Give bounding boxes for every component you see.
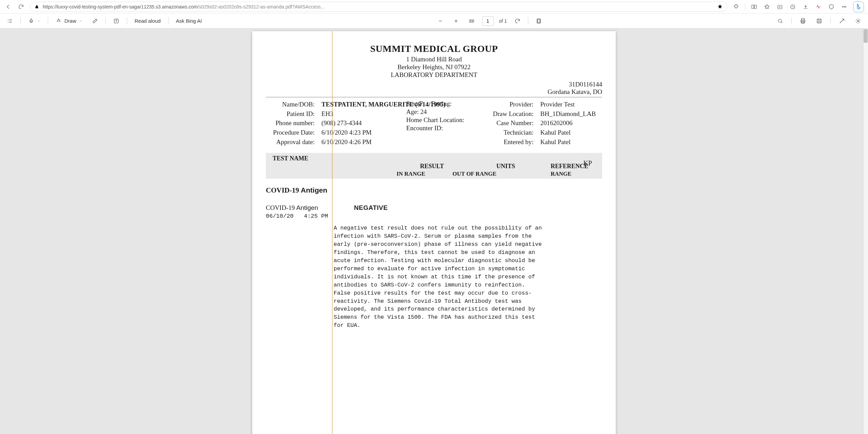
lock-icon <box>34 4 39 9</box>
val-entered: Kahul Patel <box>540 138 603 146</box>
val-tech: Kahul Patel <box>540 128 603 137</box>
result-row: COVID-19 Antigen 06/10/20 4:25 PM NEGATI… <box>266 204 602 219</box>
label-tech: Technician: <box>485 128 533 137</box>
col-units: UNITS <box>496 163 551 170</box>
section-title: COVID-19 Antigen <box>266 186 602 195</box>
label-entered: Entered by: <box>485 138 533 146</box>
lab-id-block: 31D0116144 Gordana Katava, DO <box>266 81 602 96</box>
settings-button[interactable] <box>853 17 863 25</box>
svg-rect-10 <box>537 19 541 23</box>
save-button[interactable] <box>814 17 824 25</box>
label-name: Name/DOB: <box>266 100 315 109</box>
val-proc: 6/10/2020 4:23 PM <box>321 128 399 137</box>
page-number-input[interactable] <box>482 16 494 26</box>
lab-director: Gordana Katava, DO <box>266 88 602 96</box>
label-provider: Provider: <box>485 100 533 109</box>
find-button[interactable] <box>775 17 785 25</box>
row-sex: Sex: F Fasting: <box>406 100 478 107</box>
contents-button[interactable] <box>5 17 15 25</box>
refresh-button[interactable] <box>17 3 25 11</box>
label-draw: Draw Location: <box>485 110 533 118</box>
rotate-button[interactable] <box>512 17 522 25</box>
separator <box>528 17 528 25</box>
addr-line-2: Berkeley Heights, NJ 07922 <box>266 63 602 71</box>
separator <box>48 17 48 25</box>
browser-right-icons <box>732 1 864 12</box>
separator <box>105 17 106 25</box>
collections-icon[interactable] <box>776 3 784 11</box>
disclaimer-text: A negative test result does not rule out… <box>334 224 544 330</box>
back-button[interactable] <box>4 3 12 11</box>
dept-name: LABORATORY DEPARTMENT <box>266 71 602 79</box>
fold-line <box>332 31 333 434</box>
label-phone: Phone number: <box>266 119 315 127</box>
bing-button[interactable] <box>853 1 864 12</box>
separator <box>791 17 792 25</box>
val-case: 2016202006 <box>540 119 603 127</box>
addr-line-1: 1 Diamond Hill Road <box>266 56 602 63</box>
history-icon[interactable] <box>789 3 797 11</box>
col-result: RESULT <box>368 163 496 170</box>
health-icon[interactable] <box>814 3 823 11</box>
initials: KP <box>583 159 592 167</box>
svg-rect-16 <box>817 19 821 23</box>
patient-info: Name/DOB: Patient ID: Phone number: Proc… <box>266 100 602 146</box>
browser-nav-bar: https://luxxy-covid-testing-system-pdf-e… <box>0 0 868 14</box>
test-datetime: 06/10/20 4:25 PM <box>266 213 334 219</box>
star-icon[interactable] <box>717 4 723 9</box>
val-provider: Provider Test <box>540 100 603 109</box>
svg-point-7 <box>845 6 846 7</box>
val-phone: (908) 273-4344 <box>321 119 399 127</box>
favorites-icon[interactable] <box>763 3 771 11</box>
page-of-label: of 1 <box>499 18 507 24</box>
label-appr: Approval date: <box>266 138 315 146</box>
chevron-down-icon <box>79 19 82 23</box>
pdf-toolbar: Draw Read aloud Ask Bing AI of 1 <box>0 14 868 28</box>
col-test-name: TEST NAME <box>273 155 368 162</box>
extensions-icon[interactable] <box>732 3 740 11</box>
val-pid: EH3 <box>321 110 399 118</box>
read-aloud-button[interactable]: Read aloud <box>133 17 163 25</box>
pdf-viewer[interactable]: SUMMIT MEDICAL GROUP 1 Diamond Hill Road… <box>0 28 868 434</box>
svg-rect-0 <box>36 6 38 8</box>
more-icon[interactable] <box>840 3 848 11</box>
row-home: Home Chart Location: <box>406 116 478 124</box>
erase-button[interactable] <box>90 17 100 25</box>
zoom-in-button[interactable] <box>451 17 461 25</box>
row-enc: Encounter ID: <box>406 124 478 132</box>
val-draw: BH_1Diamond_LAB <box>540 110 603 118</box>
lab-id: 31D0116144 <box>266 81 602 88</box>
page-view-button[interactable] <box>534 17 544 25</box>
split-screen-icon[interactable] <box>750 3 758 11</box>
draw-label: Draw <box>64 18 76 24</box>
ask-bing-label: Ask Bing AI <box>176 18 202 24</box>
label-case: Case Number: <box>485 119 533 127</box>
col-range: RANGE <box>551 171 595 177</box>
highlight-button[interactable] <box>26 17 42 25</box>
zoom-out-button[interactable] <box>435 17 446 25</box>
org-name: SUMMIT MEDICAL GROUP <box>266 43 602 54</box>
svg-rect-2 <box>754 5 756 8</box>
fit-width-button[interactable] <box>467 17 477 25</box>
pdf-page: SUMMIT MEDICAL GROUP 1 Diamond Hill Road… <box>252 31 616 434</box>
col-in-range: IN RANGE <box>368 171 425 177</box>
downloads-icon[interactable] <box>802 3 810 11</box>
text-button[interactable] <box>111 17 121 25</box>
fullscreen-button[interactable] <box>837 17 847 25</box>
shield-icon[interactable] <box>827 3 835 11</box>
separator <box>20 17 21 25</box>
result-value: NEGATIVE <box>354 204 388 212</box>
print-button[interactable] <box>798 17 808 25</box>
doc-header: SUMMIT MEDICAL GROUP 1 Diamond Hill Road… <box>266 43 602 79</box>
address-bar[interactable]: https://luxxy-covid-testing-system-pdf-e… <box>30 2 727 12</box>
svg-point-17 <box>857 20 859 22</box>
label-proc: Procedure Date: <box>266 128 315 137</box>
draw-button[interactable]: Draw <box>54 17 84 25</box>
rule <box>266 97 602 97</box>
svg-point-12 <box>778 19 782 22</box>
val-name: TESTPATIENT, MARGUERITE (6/14/1995) <box>321 100 399 109</box>
svg-rect-13 <box>802 19 805 20</box>
ask-bing-button[interactable]: Ask Bing AI <box>174 17 204 25</box>
url-text: https://luxxy-covid-testing-system-pdf-e… <box>43 4 714 9</box>
read-aloud-label: Read aloud <box>135 18 161 24</box>
